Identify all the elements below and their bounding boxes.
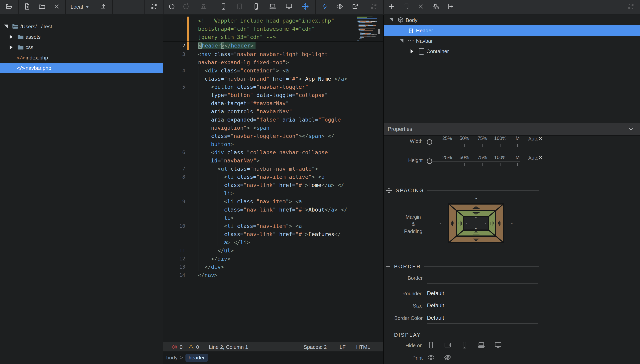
dom-tree-item-body[interactable]: Body: [384, 15, 640, 25]
file-tree-item-navbar-php[interactable]: </>navbar.php: [0, 63, 163, 73]
line-number[interactable]: 7: [163, 165, 186, 173]
code-row[interactable]: aria-expanded="false" aria-label="Toggle: [163, 116, 383, 124]
expand-toggle[interactable]: [6, 45, 16, 49]
auto-label[interactable]: Auto: [528, 136, 538, 142]
code-row[interactable]: 3<nav class="navbar navbar-light bg-ligh…: [163, 50, 383, 58]
collapse-toggle[interactable]: [1, 24, 10, 28]
close-file-button[interactable]: [50, 0, 63, 13]
desktop-icon[interactable]: [494, 341, 502, 350]
file-tree-item-index-php[interactable]: </>index.php: [0, 52, 163, 63]
phone-icon[interactable]: [427, 341, 435, 350]
line-number[interactable]: [163, 238, 186, 246]
code-row[interactable]: a> </li>: [163, 238, 383, 246]
open-in-browser-button[interactable]: [348, 0, 361, 13]
tablet-button[interactable]: [233, 0, 246, 13]
phone-button[interactable]: [217, 0, 230, 13]
code-row[interactable]: 14</nav>: [163, 271, 383, 279]
collapse-toggle[interactable]: [386, 18, 396, 22]
dom-tree-item-container[interactable]: Container: [384, 46, 640, 56]
editor-scrollbar-thumb[interactable]: [378, 29, 380, 34]
expand-toggle[interactable]: [6, 35, 16, 39]
new-folder-button[interactable]: [36, 0, 48, 13]
slider-knob[interactable]: [427, 158, 432, 164]
line-number[interactable]: 12: [163, 255, 186, 263]
sync-button[interactable]: [148, 0, 160, 13]
new-file-button[interactable]: [21, 0, 34, 13]
clear-icon[interactable]: ×: [538, 154, 542, 161]
add-element-button[interactable]: [385, 0, 398, 13]
code-row[interactable]: jquery_slim_33="cdn" -->: [163, 33, 383, 41]
line-number[interactable]: [163, 25, 186, 33]
code-row[interactable]: 13</div>: [163, 263, 383, 271]
padding-bottom-value[interactable]: -: [475, 225, 477, 231]
line-number[interactable]: 11: [163, 246, 186, 255]
code-row[interactable]: 12</div>: [163, 255, 383, 263]
line-number[interactable]: [163, 206, 186, 214]
code-row[interactable]: 11</ul>: [163, 246, 383, 255]
slider-track[interactable]: [430, 142, 520, 142]
line-number[interactable]: [163, 132, 186, 140]
border-section-header[interactable]: BORDER: [384, 262, 540, 271]
line-number[interactable]: [163, 33, 186, 41]
responsive-resize-button[interactable]: [299, 0, 312, 13]
code-row[interactable]: class="nav-link" href="#">About</a> </: [163, 206, 383, 214]
eye-icon[interactable]: [427, 354, 435, 362]
line-number[interactable]: [163, 189, 186, 197]
eol-setting[interactable]: LF: [340, 342, 346, 352]
expand-toggle[interactable]: [407, 49, 416, 53]
tick-label[interactable]: 25%: [442, 136, 452, 141]
tick-label[interactable]: 100%: [494, 155, 506, 160]
line-number[interactable]: 8: [163, 173, 186, 181]
line-number[interactable]: 5: [163, 83, 186, 91]
app-connect-button[interactable]: [318, 0, 331, 13]
sync-button[interactable]: [367, 0, 380, 13]
code-row[interactable]: 6<div class="collapse navbar-collapse": [163, 148, 383, 156]
tick-label[interactable]: 25%: [442, 155, 452, 160]
field-value[interactable]: Default: [427, 288, 538, 299]
line-number[interactable]: 6: [163, 148, 186, 156]
laptop-button[interactable]: [266, 0, 279, 13]
code-row[interactable]: navigation"> <span: [163, 124, 383, 132]
line-number[interactable]: 3: [163, 50, 186, 58]
open-project-button[interactable]: [3, 0, 16, 13]
breadcrumb-header[interactable]: header: [186, 354, 208, 362]
chevron-down-icon[interactable]: [628, 126, 634, 132]
tick-label[interactable]: 100%: [494, 136, 506, 141]
file-tree-item-assets[interactable]: assets: [0, 32, 163, 42]
line-number[interactable]: 2: [163, 42, 186, 50]
file-tree-item--users-test[interactable]: /Users/.../Test: [0, 21, 163, 32]
box-model-diagram[interactable]: [448, 203, 504, 243]
upload-button[interactable]: [97, 0, 110, 13]
minimap[interactable]: [357, 16, 377, 41]
slider-track[interactable]: [430, 161, 520, 162]
line-number[interactable]: 14: [163, 271, 186, 279]
line-number[interactable]: 1: [163, 16, 186, 25]
phablet-button[interactable]: [250, 0, 262, 13]
tick-label[interactable]: 75%: [478, 136, 487, 141]
code-editor[interactable]: 1<!-- Wappler include head-page="index.p…: [163, 15, 383, 342]
line-number[interactable]: [163, 140, 186, 148]
code-row[interactable]: 8<li class="nav-item active"> <a: [163, 173, 383, 181]
padding-right-value[interactable]: -: [485, 220, 486, 226]
dom-tree-item-header[interactable]: HHeader: [384, 25, 640, 36]
eye-slash-icon[interactable]: [444, 354, 452, 362]
code-row[interactable]: 2<header></header>: [163, 41, 383, 50]
code-row[interactable]: li>: [163, 189, 383, 197]
slider-knob[interactable]: [427, 139, 432, 145]
code-row[interactable]: aria-controls="navbarNav": [163, 107, 383, 116]
padding-left-value[interactable]: -: [466, 220, 467, 226]
line-number[interactable]: [163, 124, 186, 132]
move-into-button[interactable]: [444, 0, 457, 13]
tick-label[interactable]: M: [516, 155, 520, 160]
margin-left-value[interactable]: -: [440, 220, 442, 226]
auto-label[interactable]: Auto: [528, 155, 538, 161]
field-value[interactable]: Default: [427, 300, 538, 311]
line-number[interactable]: 9: [163, 197, 186, 206]
code-row[interactable]: id="navbarNav">: [163, 156, 383, 165]
code-row[interactable]: 10<li class="nav-item"> <a: [163, 222, 383, 230]
code-row[interactable]: 4<div class="container"> <a: [163, 66, 383, 75]
code-row[interactable]: li>: [163, 214, 383, 222]
line-number[interactable]: [163, 99, 186, 107]
code-row[interactable]: class="nav-link" href="#">Home</a> </: [163, 181, 383, 189]
code-row[interactable]: 7<ul class="navbar-nav ml-auto">: [163, 165, 383, 173]
